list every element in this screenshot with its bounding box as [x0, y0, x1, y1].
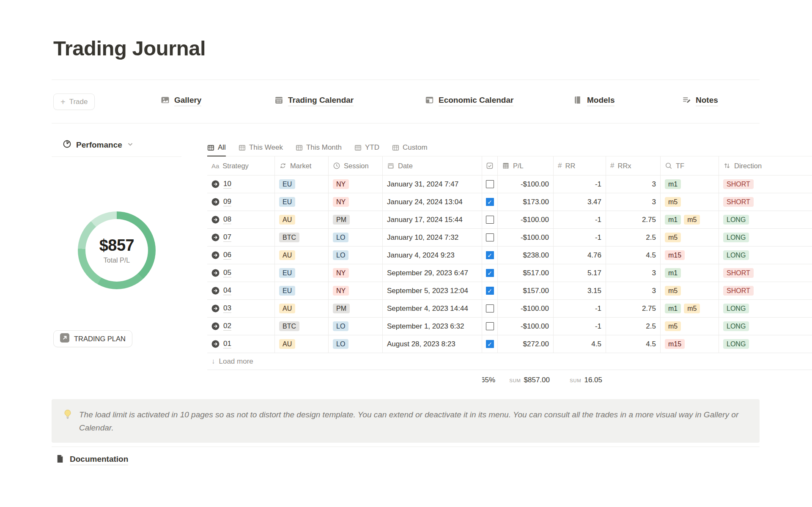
- date-cell[interactable]: January 17, 2024 15:44: [383, 211, 482, 228]
- pl-cell[interactable]: $238.00: [498, 247, 554, 264]
- arrow-circle-icon[interactable]: [211, 322, 219, 330]
- column-header-date[interactable]: Date: [383, 156, 482, 175]
- market-cell[interactable]: EU: [275, 175, 329, 193]
- date-cell[interactable]: January 4, 2024 9:23: [383, 247, 482, 264]
- strategy-link[interactable]: 10: [223, 180, 231, 189]
- pl-cell[interactable]: -$100.00: [498, 318, 554, 335]
- session-cell[interactable]: LO: [329, 335, 383, 353]
- tf-cell[interactable]: m15: [661, 335, 719, 353]
- tf-cell[interactable]: m15: [661, 247, 719, 264]
- pl-cell[interactable]: $173.00: [498, 193, 554, 211]
- strategy-link[interactable]: 01: [223, 340, 231, 348]
- win-checkbox[interactable]: ✓: [486, 287, 494, 295]
- column-header-pl[interactable]: P/L: [498, 156, 554, 175]
- tab-this-week[interactable]: This Week: [239, 140, 283, 156]
- market-cell[interactable]: EU: [275, 282, 329, 299]
- column-header-rr[interactable]: #RR: [554, 156, 606, 175]
- win-checkbox[interactable]: ✓: [486, 340, 494, 348]
- tab-this-month[interactable]: This Month: [296, 140, 342, 156]
- strategy-link[interactable]: 02: [223, 322, 231, 331]
- rr-cell[interactable]: 3.47: [554, 193, 606, 211]
- strategy-link[interactable]: 03: [223, 304, 231, 313]
- strategy-link[interactable]: 06: [223, 251, 231, 260]
- column-header-market[interactable]: Market: [275, 156, 329, 175]
- arrow-circle-icon[interactable]: [211, 340, 219, 348]
- date-cell[interactable]: January 31, 2024 7:47: [383, 175, 482, 193]
- tf-cell[interactable]: m5: [661, 318, 719, 335]
- tab-custom[interactable]: Custom: [392, 140, 428, 156]
- column-header-session[interactable]: Session: [329, 156, 383, 175]
- trading-plan-button[interactable]: TRADING PLAN: [53, 330, 132, 347]
- rr-cell[interactable]: -1: [554, 211, 606, 228]
- direction-cell[interactable]: LONG: [719, 211, 812, 228]
- arrow-circle-icon[interactable]: [211, 269, 219, 277]
- direction-cell[interactable]: LONG: [719, 300, 812, 317]
- direction-cell[interactable]: LONG: [719, 318, 812, 335]
- column-header-tf[interactable]: TF: [661, 156, 719, 175]
- load-more-button[interactable]: ↓ Load more: [207, 353, 812, 370]
- pl-cell[interactable]: -$100.00: [498, 229, 554, 246]
- strategy-link[interactable]: 04: [223, 286, 231, 295]
- session-cell[interactable]: NY: [329, 264, 383, 282]
- date-cell[interactable]: September 1, 2023 6:32: [383, 318, 482, 335]
- arrow-circle-icon[interactable]: [211, 198, 219, 206]
- session-cell[interactable]: PM: [329, 211, 383, 228]
- column-header-direction[interactable]: Direction: [719, 156, 812, 175]
- market-cell[interactable]: AU: [275, 300, 329, 317]
- direction-cell[interactable]: LONG: [719, 229, 812, 246]
- rrx-cell[interactable]: 2.75: [606, 211, 661, 228]
- arrow-circle-icon[interactable]: [211, 287, 219, 295]
- win-checkbox[interactable]: [486, 304, 494, 312]
- win-checkbox[interactable]: [486, 233, 494, 241]
- market-cell[interactable]: AU: [275, 247, 329, 264]
- strategy-link[interactable]: 08: [223, 215, 231, 224]
- session-cell[interactable]: NY: [329, 175, 383, 193]
- arrow-circle-icon[interactable]: [211, 304, 219, 312]
- date-cell[interactable]: August 28, 2023 8:23: [383, 335, 482, 353]
- rr-cell[interactable]: -1: [554, 318, 606, 335]
- nav-link-trading-calendar[interactable]: Trading Calendar: [274, 96, 354, 106]
- arrow-circle-icon[interactable]: [211, 216, 219, 224]
- rr-cell[interactable]: 4.5: [554, 335, 606, 353]
- rrx-cell[interactable]: 4.5: [606, 335, 661, 353]
- rr-cell[interactable]: 3.15: [554, 282, 606, 299]
- session-cell[interactable]: PM: [329, 300, 383, 317]
- date-cell[interactable]: January 24, 2024 13:04: [383, 193, 482, 211]
- pl-cell[interactable]: $272.00: [498, 335, 554, 353]
- tf-cell[interactable]: m5: [661, 229, 719, 246]
- rr-cell[interactable]: -1: [554, 175, 606, 193]
- column-header-check[interactable]: [482, 156, 498, 175]
- tab-ytd[interactable]: YTD: [354, 140, 379, 156]
- rr-cell[interactable]: 4.76: [554, 247, 606, 264]
- documentation-link[interactable]: Documentation: [55, 454, 128, 465]
- rrx-cell[interactable]: 3: [606, 282, 661, 299]
- session-cell[interactable]: LO: [329, 318, 383, 335]
- pl-cell[interactable]: -$100.00: [498, 175, 554, 193]
- date-cell[interactable]: September 5, 2023 12:04: [383, 282, 482, 299]
- win-checkbox[interactable]: [486, 180, 494, 188]
- strategy-link[interactable]: 05: [223, 269, 231, 277]
- nav-link-notes[interactable]: Notes: [682, 96, 718, 106]
- pl-cell[interactable]: $517.00: [498, 264, 554, 282]
- pl-cell[interactable]: -$100.00: [498, 300, 554, 317]
- win-checkbox[interactable]: [486, 322, 494, 330]
- pl-cell[interactable]: -$100.00: [498, 211, 554, 228]
- rrx-cell[interactable]: 2.5: [606, 318, 661, 335]
- nav-link-models[interactable]: Models: [573, 96, 614, 106]
- nav-link-economic-calendar[interactable]: Economic Calendar: [425, 96, 513, 106]
- arrow-circle-icon[interactable]: [211, 251, 219, 259]
- tf-cell[interactable]: m5: [661, 193, 719, 211]
- performance-view-switcher[interactable]: Perfomance: [63, 140, 134, 150]
- rr-cell[interactable]: -1: [554, 229, 606, 246]
- pl-sum-aggregate[interactable]: SUM $857.00: [498, 370, 554, 390]
- strategy-link[interactable]: 07: [223, 233, 231, 242]
- direction-cell[interactable]: SHORT: [719, 282, 812, 299]
- date-cell[interactable]: September 29, 2023 6:47: [383, 264, 482, 282]
- direction-cell[interactable]: SHORT: [719, 264, 812, 282]
- rrx-cell[interactable]: 2.75: [606, 300, 661, 317]
- tf-cell[interactable]: m1: [661, 175, 719, 193]
- market-cell[interactable]: BTC: [275, 229, 329, 246]
- arrow-circle-icon[interactable]: [211, 180, 219, 188]
- session-cell[interactable]: NY: [329, 193, 383, 211]
- rrx-cell[interactable]: 3: [606, 175, 661, 193]
